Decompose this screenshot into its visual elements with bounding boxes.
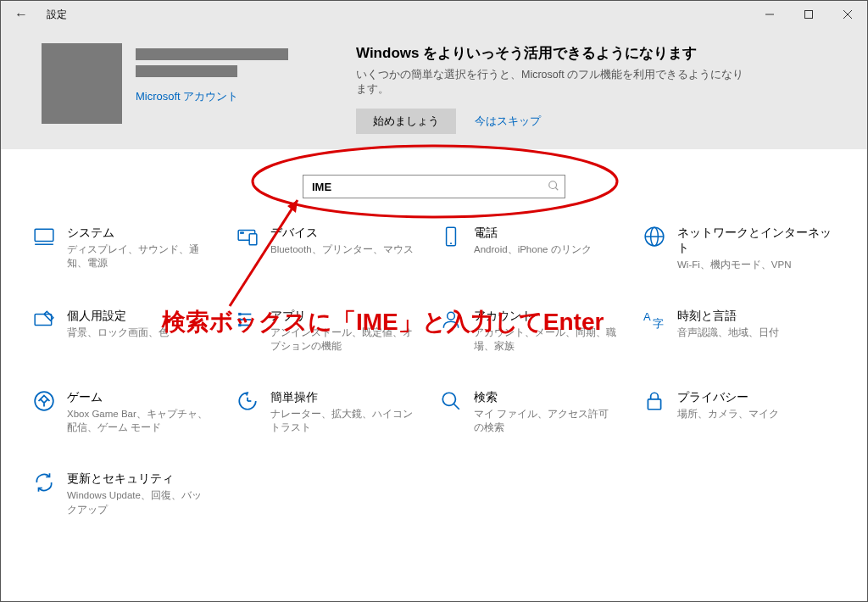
user-email-redacted [136,65,237,77]
tile-sub: 背景、ロック画面、色 [67,326,169,339]
network-icon [642,226,667,271]
tile-phone[interactable]: 電話 Android、iPhone のリンク [438,226,633,271]
tile-title: プライバシー [677,390,779,405]
tile-title: ネットワークとインターネット [677,226,837,256]
window-title: 設定 [47,8,67,22]
tile-title: デバイス [270,226,414,241]
time-language-icon: A字 [642,309,667,353]
tile-title: 更新とセキュリティ [67,471,211,487]
tile-accounts[interactable]: アカウント アカウント、メール、同期、職場、家族 [438,309,633,353]
avatar [42,43,122,124]
start-button[interactable]: 始めましょう [356,109,456,134]
tile-sub: ディスプレイ、サウンド、通知、電源 [67,242,211,270]
svg-rect-21 [238,313,241,315]
tile-title: アプリ [270,309,415,324]
search-tile-icon [438,390,464,434]
maximize-button[interactable] [789,1,828,28]
tile-title: 個人用設定 [67,309,169,324]
tile-system[interactable]: システム ディスプレイ、サウンド、通知、電源 [31,226,226,271]
svg-point-24 [448,312,455,320]
tile-title: ゲーム [67,390,211,405]
tile-sub: 場所、カメラ、マイク [677,407,779,421]
titlebar: ← 設定 [1,1,867,28]
svg-rect-6 [35,229,53,241]
svg-rect-9 [249,234,257,245]
microsoft-account-link[interactable]: Microsoft アカウント [136,89,288,104]
privacy-icon [642,390,667,434]
tile-sub: 音声認識、地域、日付 [677,326,779,339]
svg-point-10 [241,232,242,233]
back-button[interactable]: ← [11,7,31,22]
tile-search[interactable]: 検索 マイ ファイル、アクセス許可の検索 [438,390,633,434]
tile-title: アカウント [474,309,618,324]
system-icon [31,226,57,271]
tile-network[interactable]: ネットワークとインターネット Wi-Fi、機内モード、VPN [642,226,837,271]
tile-sub: マイ ファイル、アクセス許可の検索 [474,407,618,434]
search-box[interactable] [303,175,565,198]
personalization-icon [31,309,57,353]
svg-text:字: 字 [653,317,664,330]
tile-title: 時刻と言語 [677,309,779,324]
tile-personalization[interactable]: 個人用設定 背景、ロック画面、色 [31,309,226,353]
update-icon [31,471,57,516]
skip-link[interactable]: 今はスキップ [475,114,541,129]
accounts-icon [438,309,464,353]
svg-rect-23 [238,324,241,326]
close-button[interactable] [828,1,867,28]
tile-time-language[interactable]: A字 時刻と言語 音声認識、地域、日付 [642,309,837,353]
tile-devices[interactable]: デバイス Bluetooth、プリンター、マウス [235,226,430,271]
svg-text:A: A [643,310,651,323]
tile-apps[interactable]: アプリ アンインストール、既定値、オプションの機能 [235,309,430,353]
tile-sub: アンインストール、既定値、オプションの機能 [270,326,415,353]
tile-sub: Bluetooth、プリンター、マウス [270,242,414,256]
search-input[interactable] [310,180,548,194]
tile-sub: ナレーター、拡大鏡、ハイコントラスト [270,407,415,434]
ease-of-access-icon [235,390,260,434]
phone-icon [438,226,464,271]
apps-icon [235,309,260,353]
tile-ease-of-access[interactable]: 簡単操作 ナレーター、拡大鏡、ハイコントラスト [235,390,430,434]
tile-privacy[interactable]: プライバシー 場所、カメラ、マイク [642,390,837,434]
svg-rect-1 [805,11,813,19]
account-promo-banner: Microsoft アカウント Windows をよりいっそう活用できるようにな… [1,28,867,149]
tile-sub: Wi-Fi、機内モード、VPN [677,258,821,271]
tile-title: システム [67,226,211,241]
svg-line-5 [555,187,558,190]
promo-title: Windows をよりいっそう活用できるようになります [356,43,746,63]
tile-title: 電話 [474,226,592,241]
minimize-button[interactable] [750,1,789,28]
promo-subtitle: いくつかの簡単な選択を行うと、Microsoft のフル機能を利用できるようにな… [356,68,746,97]
svg-point-30 [442,393,455,406]
tile-sub: Windows Update、回復、バックアップ [67,488,211,516]
devices-icon [235,226,260,271]
settings-grid: システム ディスプレイ、サウンド、通知、電源 デバイス Bluetooth、プリ… [1,195,867,516]
tile-sub: Android、iPhone のリンク [474,242,592,256]
svg-point-11 [242,232,243,233]
tile-sub: アカウント、メール、同期、職場、家族 [474,326,618,353]
tile-gaming[interactable]: ゲーム Xbox Game Bar、キャプチャ、配信、ゲーム モード [31,390,226,434]
svg-rect-22 [238,318,241,321]
svg-rect-32 [648,399,660,410]
user-name-redacted [136,48,288,60]
search-icon [548,180,559,194]
gaming-icon [31,390,57,434]
tile-title: 簡単操作 [270,390,415,405]
tile-title: 検索 [474,390,618,405]
tile-sub: Xbox Game Bar、キャプチャ、配信、ゲーム モード [67,407,211,434]
svg-line-31 [453,404,459,410]
tile-update-security[interactable]: 更新とセキュリティ Windows Update、回復、バックアップ [31,471,226,516]
